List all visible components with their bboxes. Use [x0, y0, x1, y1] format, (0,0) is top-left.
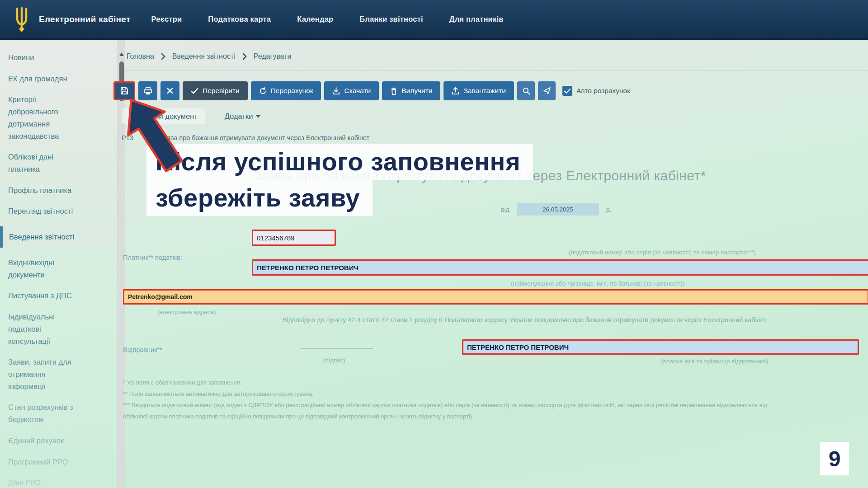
top-nav: Електронний кабінет РеєстриПодаткова кар…	[0, 0, 868, 40]
sidebar-item-0[interactable]: Новини	[8, 52, 81, 64]
search-button[interactable]	[517, 81, 535, 100]
sidebar-item-14[interactable]: Дані РРО	[8, 477, 81, 488]
signature-line	[301, 348, 373, 349]
tab-attachments[interactable]: Додатки	[225, 112, 261, 121]
sender-name-hint: (власне ім'я та прізвище відправника)	[661, 358, 768, 365]
sidebar-item-9[interactable]: Індивідуальні податкові консультації	[8, 311, 81, 347]
instruction-line-2: збережіть заяву	[146, 180, 373, 216]
auto-calc-label: Авто розрахунок	[576, 87, 630, 95]
download-label: Скачати	[344, 87, 371, 95]
sidebar-item-11[interactable]: Стан розрахунків з бюджетом	[8, 401, 81, 425]
breadcrumb-item-2[interactable]: Редагувати	[254, 52, 292, 61]
sender-name-field[interactable]: ПЕТРЕНКО ПЕТРО ПЕТРОВИЧ	[462, 339, 859, 355]
sidebar-item-12[interactable]: Єдиний рахунок	[8, 435, 81, 447]
tax-number-field[interactable]: 0123456789	[252, 230, 336, 246]
search-icon	[522, 87, 530, 95]
sidebar: НовиниЕК для громадянКритерії добровільн…	[0, 40, 118, 488]
email-field[interactable]: Petrenko@gmail.com	[123, 289, 868, 305]
upload-label: Завантажити	[463, 87, 506, 95]
verify-button[interactable]: Перевірити	[183, 81, 248, 100]
payer-name-hint: (найменування або прізвище, ім'я, по бат…	[511, 280, 685, 287]
breadcrumb-item-0[interactable]: Головна	[127, 52, 154, 61]
recalculate-button[interactable]: Перерахунок	[251, 81, 321, 100]
breadcrumb: ГоловнаВведення звітностіРедагувати	[127, 52, 291, 61]
download-icon	[332, 87, 340, 95]
document-toolbar: Перевірити Перерахунок Скачати Вилучити	[113, 81, 630, 100]
breadcrumb-chevron-icon	[161, 53, 165, 60]
footnote-3: облікової картки платника податків та оф…	[123, 411, 767, 422]
sidebar-item-3[interactable]: Облікові дані платника	[8, 151, 81, 175]
send-button[interactable]	[538, 81, 556, 100]
app-title[interactable]: Електронний кабінет	[39, 14, 131, 24]
signature-hint: (підпис)	[323, 357, 345, 364]
scrollbar-up-arrow-icon[interactable]	[119, 52, 124, 56]
document-code-title: Заява про бажання отримувати документ че…	[159, 134, 369, 141]
upload-button[interactable]: Завантажити	[443, 81, 514, 100]
statement-text: Відповідно до пункту 42.4 статті 42 глав…	[235, 316, 814, 324]
breadcrumb-chevron-icon	[242, 53, 247, 60]
auto-calc-control: Авто розрахунок	[562, 86, 630, 96]
payer-label: Платник** податків:	[123, 254, 182, 261]
sender-label: Відправник**	[123, 346, 162, 353]
delete-button[interactable]: Вилучити	[382, 81, 440, 100]
trident-logo	[12, 6, 32, 33]
payer-name-field[interactable]: ПЕТРЕНКО ПЕТРО ПЕТРОВИЧ	[252, 259, 868, 276]
auto-calc-checkbox[interactable]	[562, 86, 572, 96]
nav-item-2[interactable]: Календар	[297, 15, 333, 23]
email-hint: (електронна адреса)	[157, 309, 216, 315]
tax-number-hint: (податковий номер або серія (за наявност…	[569, 249, 755, 256]
nav-item-3[interactable]: Бланки звітності	[359, 15, 423, 23]
breadcrumb-item-1[interactable]: Введення звітності	[172, 52, 236, 61]
checkbox-check-icon	[564, 89, 571, 94]
sidebar-item-2[interactable]: Критерії добровільного дотримання законо…	[8, 94, 81, 142]
close-icon	[167, 88, 173, 94]
save-icon	[120, 86, 129, 95]
tab-attachments-label: Додатки	[225, 112, 253, 121]
footnotes: * Усі поля є обов'язковими для заповненн…	[123, 377, 767, 422]
instruction-line-1: Після успішного заповнення	[146, 144, 533, 180]
page-number-badge: 9	[820, 442, 849, 475]
sidebar-item-1[interactable]: ЕК для громадян	[8, 73, 81, 85]
instruction-overlay: Після успішного заповнення збережіть зая…	[146, 144, 533, 216]
date-suffix: р.	[606, 206, 612, 213]
verify-label: Перевірити	[203, 87, 240, 95]
close-button[interactable]	[160, 81, 179, 100]
recalculate-label: Перерахунок	[271, 87, 313, 95]
app-window: Електронний кабінет РеєстриПодаткова кар…	[0, 0, 868, 488]
trash-icon	[390, 87, 397, 95]
caret-down-icon	[256, 115, 260, 118]
delete-label: Вилучити	[401, 87, 432, 95]
sidebar-item-13[interactable]: Програмний РРО	[8, 456, 81, 468]
refresh-icon	[259, 87, 267, 95]
footnote-0: * Усі поля є обов'язковими для заповненн…	[123, 377, 767, 388]
toolbar-divider	[125, 70, 868, 71]
sidebar-item-8[interactable]: Листування з ДПС	[8, 290, 81, 302]
footnote-2: *** Вводиться податковий номер (код згід…	[123, 399, 767, 411]
sidebar-item-7[interactable]: Вхідні/вихідні документи	[8, 257, 81, 281]
sidebar-item-4[interactable]: Профіль платника	[8, 184, 81, 197]
nav-item-4[interactable]: Для платників	[449, 15, 504, 23]
send-icon	[543, 87, 551, 95]
footnote-1: ** Поля заповнюються автоматично для авт…	[123, 388, 767, 399]
check-icon	[191, 88, 198, 94]
nav-item-0[interactable]: Реєстри	[151, 15, 182, 23]
download-button[interactable]: Скачати	[324, 81, 379, 100]
sidebar-item-6[interactable]: Введення звітності	[0, 226, 115, 248]
nav-menu: РеєстриПодаткова картаКалендарБланки зві…	[151, 15, 504, 23]
nav-item-1[interactable]: Податкова карта	[208, 15, 271, 23]
sidebar-item-10[interactable]: Заяви, запити для отримання інформації	[8, 356, 81, 392]
sidebar-item-5[interactable]: Перегляд звітності	[8, 205, 81, 217]
upload-icon	[452, 87, 459, 95]
